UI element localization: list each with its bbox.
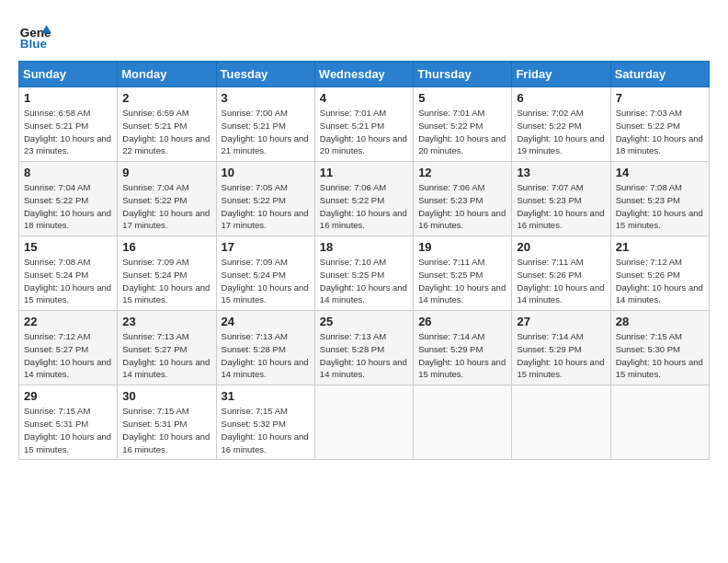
day-number: 1 bbox=[24, 91, 112, 105]
day-number: 13 bbox=[517, 166, 605, 179]
day-number: 10 bbox=[222, 166, 310, 179]
day-info: Sunrise: 7:08 AMSunset: 5:23 PMDaylight:… bbox=[616, 181, 704, 232]
day-number: 31 bbox=[222, 389, 310, 403]
day-number: 9 bbox=[122, 166, 210, 179]
svg-text:Blue: Blue bbox=[20, 37, 48, 51]
day-number: 22 bbox=[24, 315, 112, 328]
calendar-cell: 13Sunrise: 7:07 AMSunset: 5:23 PMDayligh… bbox=[512, 162, 610, 236]
calendar-cell: 29Sunrise: 7:15 AMSunset: 5:31 PMDayligh… bbox=[19, 385, 118, 460]
day-number: 30 bbox=[122, 389, 210, 403]
day-info: Sunrise: 7:04 AMSunset: 5:22 PMDaylight:… bbox=[24, 181, 112, 232]
day-info: Sunrise: 7:01 AMSunset: 5:22 PMDaylight:… bbox=[418, 107, 506, 157]
day-info: Sunrise: 7:14 AMSunset: 5:29 PMDaylight:… bbox=[418, 330, 506, 381]
calendar-cell: 14Sunrise: 7:08 AMSunset: 5:23 PMDayligh… bbox=[610, 162, 709, 236]
calendar-cell: 23Sunrise: 7:13 AMSunset: 5:27 PMDayligh… bbox=[118, 311, 216, 385]
calendar-cell bbox=[512, 385, 610, 460]
day-number: 7 bbox=[616, 91, 704, 105]
calendar-week-row: 8Sunrise: 7:04 AMSunset: 5:22 PMDaylight… bbox=[19, 162, 710, 236]
day-info: Sunrise: 7:12 AMSunset: 5:26 PMDaylight:… bbox=[616, 256, 704, 306]
day-info: Sunrise: 7:15 AMSunset: 5:31 PMDaylight:… bbox=[122, 405, 210, 455]
day-number: 16 bbox=[122, 240, 210, 254]
calendar-cell: 7Sunrise: 7:03 AMSunset: 5:22 PMDaylight… bbox=[610, 87, 709, 162]
calendar-cell: 26Sunrise: 7:14 AMSunset: 5:29 PMDayligh… bbox=[414, 311, 512, 385]
day-info: Sunrise: 7:13 AMSunset: 5:27 PMDaylight:… bbox=[122, 330, 210, 381]
calendar-cell: 20Sunrise: 7:11 AMSunset: 5:26 PMDayligh… bbox=[512, 236, 610, 311]
day-number: 6 bbox=[517, 91, 605, 105]
weekday-header: Friday bbox=[512, 62, 610, 87]
calendar-cell: 24Sunrise: 7:13 AMSunset: 5:28 PMDayligh… bbox=[216, 311, 314, 385]
day-number: 14 bbox=[616, 166, 704, 179]
calendar-cell: 11Sunrise: 7:06 AMSunset: 5:22 PMDayligh… bbox=[314, 162, 413, 236]
calendar-cell: 16Sunrise: 7:09 AMSunset: 5:24 PMDayligh… bbox=[118, 236, 216, 311]
day-info: Sunrise: 7:11 AMSunset: 5:26 PMDaylight:… bbox=[517, 256, 605, 306]
day-number: 15 bbox=[24, 240, 112, 254]
day-number: 29 bbox=[24, 389, 112, 403]
calendar-week-row: 1Sunrise: 6:58 AMSunset: 5:21 PMDaylight… bbox=[19, 87, 710, 162]
day-number: 25 bbox=[320, 315, 408, 328]
day-number: 8 bbox=[24, 166, 112, 179]
weekday-header: Wednesday bbox=[314, 62, 413, 87]
calendar-header: SundayMondayTuesdayWednesdayThursdayFrid… bbox=[19, 62, 710, 87]
calendar-cell: 12Sunrise: 7:06 AMSunset: 5:23 PMDayligh… bbox=[414, 162, 512, 236]
day-number: 20 bbox=[517, 240, 605, 254]
day-info: Sunrise: 7:06 AMSunset: 5:22 PMDaylight:… bbox=[320, 181, 408, 232]
calendar-cell: 25Sunrise: 7:13 AMSunset: 5:28 PMDayligh… bbox=[314, 311, 413, 385]
weekday-header: Tuesday bbox=[216, 62, 314, 87]
calendar-cell: 22Sunrise: 7:12 AMSunset: 5:27 PMDayligh… bbox=[19, 311, 118, 385]
day-info: Sunrise: 6:58 AMSunset: 5:21 PMDaylight:… bbox=[24, 107, 112, 157]
day-info: Sunrise: 7:15 AMSunset: 5:31 PMDaylight:… bbox=[24, 405, 112, 455]
day-number: 27 bbox=[517, 315, 605, 328]
day-number: 24 bbox=[222, 315, 310, 328]
calendar-cell: 4Sunrise: 7:01 AMSunset: 5:21 PMDaylight… bbox=[314, 87, 413, 162]
day-number: 5 bbox=[418, 91, 506, 105]
calendar-cell: 10Sunrise: 7:05 AMSunset: 5:22 PMDayligh… bbox=[216, 162, 314, 236]
day-info: Sunrise: 7:09 AMSunset: 5:24 PMDaylight:… bbox=[122, 256, 210, 306]
weekday-header: Saturday bbox=[610, 62, 709, 87]
calendar-cell bbox=[314, 385, 413, 460]
day-number: 21 bbox=[616, 240, 704, 254]
day-info: Sunrise: 7:01 AMSunset: 5:21 PMDaylight:… bbox=[320, 107, 408, 157]
day-info: Sunrise: 7:08 AMSunset: 5:24 PMDaylight:… bbox=[24, 256, 112, 306]
calendar-week-row: 15Sunrise: 7:08 AMSunset: 5:24 PMDayligh… bbox=[19, 236, 710, 311]
calendar-week-row: 29Sunrise: 7:15 AMSunset: 5:31 PMDayligh… bbox=[19, 385, 710, 460]
day-number: 12 bbox=[418, 166, 506, 179]
day-number: 26 bbox=[418, 315, 506, 328]
day-info: Sunrise: 7:11 AMSunset: 5:25 PMDaylight:… bbox=[418, 256, 506, 306]
day-info: Sunrise: 7:00 AMSunset: 5:21 PMDaylight:… bbox=[222, 107, 310, 157]
day-info: Sunrise: 7:15 AMSunset: 5:32 PMDaylight:… bbox=[222, 405, 310, 455]
day-info: Sunrise: 7:03 AMSunset: 5:22 PMDaylight:… bbox=[616, 107, 704, 157]
day-number: 23 bbox=[122, 315, 210, 328]
day-number: 11 bbox=[320, 166, 408, 179]
calendar-cell: 2Sunrise: 6:59 AMSunset: 5:21 PMDaylight… bbox=[118, 87, 216, 162]
day-info: Sunrise: 7:14 AMSunset: 5:29 PMDaylight:… bbox=[517, 330, 605, 381]
calendar-week-row: 22Sunrise: 7:12 AMSunset: 5:27 PMDayligh… bbox=[19, 311, 710, 385]
day-info: Sunrise: 6:59 AMSunset: 5:21 PMDaylight:… bbox=[122, 107, 210, 157]
day-info: Sunrise: 7:04 AMSunset: 5:22 PMDaylight:… bbox=[122, 181, 210, 232]
calendar-cell: 17Sunrise: 7:09 AMSunset: 5:24 PMDayligh… bbox=[216, 236, 314, 311]
calendar-cell: 6Sunrise: 7:02 AMSunset: 5:22 PMDaylight… bbox=[512, 87, 610, 162]
day-info: Sunrise: 7:07 AMSunset: 5:23 PMDaylight:… bbox=[517, 181, 605, 232]
calendar-cell bbox=[414, 385, 512, 460]
weekday-header: Monday bbox=[118, 62, 216, 87]
day-info: Sunrise: 7:06 AMSunset: 5:23 PMDaylight:… bbox=[418, 181, 506, 232]
day-info: Sunrise: 7:10 AMSunset: 5:25 PMDaylight:… bbox=[320, 256, 408, 306]
day-info: Sunrise: 7:13 AMSunset: 5:28 PMDaylight:… bbox=[320, 330, 408, 381]
calendar-cell: 5Sunrise: 7:01 AMSunset: 5:22 PMDaylight… bbox=[414, 87, 512, 162]
calendar-cell: 27Sunrise: 7:14 AMSunset: 5:29 PMDayligh… bbox=[512, 311, 610, 385]
day-number: 28 bbox=[616, 315, 704, 328]
day-info: Sunrise: 7:15 AMSunset: 5:30 PMDaylight:… bbox=[616, 330, 704, 381]
calendar-cell: 19Sunrise: 7:11 AMSunset: 5:25 PMDayligh… bbox=[414, 236, 512, 311]
logo: General Blue bbox=[18, 18, 51, 52]
day-info: Sunrise: 7:02 AMSunset: 5:22 PMDaylight:… bbox=[517, 107, 605, 157]
day-info: Sunrise: 7:13 AMSunset: 5:28 PMDaylight:… bbox=[222, 330, 310, 381]
day-info: Sunrise: 7:12 AMSunset: 5:27 PMDaylight:… bbox=[24, 330, 112, 381]
calendar-cell: 8Sunrise: 7:04 AMSunset: 5:22 PMDaylight… bbox=[19, 162, 118, 236]
calendar-cell: 18Sunrise: 7:10 AMSunset: 5:25 PMDayligh… bbox=[314, 236, 413, 311]
calendar-cell: 3Sunrise: 7:00 AMSunset: 5:21 PMDaylight… bbox=[216, 87, 314, 162]
calendar-cell: 28Sunrise: 7:15 AMSunset: 5:30 PMDayligh… bbox=[610, 311, 709, 385]
page-header: General Blue bbox=[18, 18, 710, 52]
calendar-cell: 31Sunrise: 7:15 AMSunset: 5:32 PMDayligh… bbox=[216, 385, 314, 460]
calendar-cell: 15Sunrise: 7:08 AMSunset: 5:24 PMDayligh… bbox=[19, 236, 118, 311]
logo-icon: General Blue bbox=[18, 18, 51, 52]
day-number: 4 bbox=[320, 91, 408, 105]
